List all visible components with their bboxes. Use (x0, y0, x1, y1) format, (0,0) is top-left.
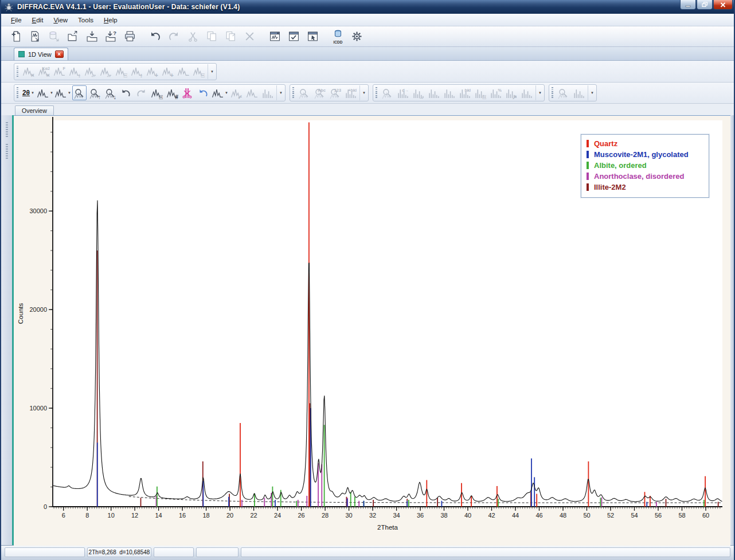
two-theta-axis-button[interactable]: 2θ▼ (21, 85, 36, 100)
svg-text:Abc: Abc (318, 87, 326, 92)
tools-more-dropdown-button[interactable]: ▼ (208, 64, 215, 79)
new-document-button[interactable] (7, 28, 25, 45)
scale-mode-button[interactable]: ▼ (54, 85, 71, 100)
reset-curve-button[interactable] (196, 85, 210, 100)
minimize-icon (685, 2, 691, 7)
pattern-export-button: ↗ (504, 85, 518, 100)
search-text-button: Abc (312, 85, 327, 100)
phase-legend: QuartzMuscovite-2M1, glycolatedAlbite, o… (581, 134, 709, 198)
xrd-chart-panel: 6810121416182022242628303234363840424446… (14, 115, 730, 545)
pattern-shift-button: → (411, 85, 425, 100)
legend-label: Illite-2M2 (594, 183, 626, 191)
tools-toolbar-row: ×Kα2×F↓←↔□↕++−□▼ (1, 61, 734, 83)
open-file-button[interactable] (64, 28, 82, 45)
pattern-dspacing-button: d→ (396, 85, 410, 100)
svg-text:123: 123 (334, 87, 341, 92)
icdd-database-button[interactable]: ICDD (329, 28, 347, 45)
svg-text:60: 60 (702, 512, 709, 519)
svg-text:12: 12 (131, 512, 138, 519)
search-tools-group: Abc123+hkl▼ (290, 84, 369, 101)
menu-tools[interactable]: Tools (73, 15, 99, 25)
restore-icon (702, 2, 708, 7)
legend-label: Albite, ordered (594, 161, 647, 170)
options-view-button[interactable] (285, 28, 303, 45)
legend-item: Quartz (587, 138, 703, 149)
settings-button[interactable] (348, 28, 366, 45)
toolbar-grip (376, 87, 377, 99)
zoom-out-y-button[interactable]: ↓ (103, 85, 118, 100)
svg-text:×: × (46, 72, 50, 77)
copy-page-button[interactable]: ▼ (212, 85, 228, 100)
tab-close-icon[interactable]: × (55, 50, 64, 58)
pattern-user-button (519, 85, 534, 100)
legend-item: Muscovite-2M1, glycolated (587, 149, 703, 160)
svg-text:48: 48 (560, 512, 566, 519)
left-rail (1, 115, 14, 545)
svg-text:30: 30 (345, 512, 352, 519)
tools-toolbar-group: ×Kα2×F↓←↔□↕++−□▼ (14, 63, 217, 80)
svg-text:↕: ↕ (140, 72, 143, 77)
svg-text:52: 52 (607, 512, 614, 519)
zoom-region-button[interactable] (72, 85, 87, 100)
minimize-button[interactable] (680, 0, 696, 10)
svg-text:20000: 20000 (29, 306, 47, 313)
undo-view-button[interactable] (119, 85, 133, 100)
pattern-select-button (442, 85, 456, 100)
export-region-button[interactable]: □ (150, 85, 164, 100)
legend-marker (587, 162, 589, 169)
legend-label: Muscovite-2M1, glycolated (594, 150, 689, 159)
pattern-window-button: □ (473, 85, 487, 100)
legend-marker (587, 140, 589, 147)
icdd-database-label: ICDD (334, 40, 343, 44)
display-more-dropdown-button[interactable]: ▼ (276, 85, 284, 100)
pattern-more-dropdown-button[interactable]: ▼ (535, 85, 543, 100)
undo-button[interactable] (146, 28, 164, 45)
svg-text:10: 10 (108, 512, 115, 519)
menu-file[interactable]: File (6, 15, 27, 25)
export-database-2-button (245, 85, 259, 100)
subtab-overview[interactable]: Overview (15, 105, 54, 115)
svg-text:×: × (31, 72, 34, 77)
toolbar-grip (6, 122, 8, 137)
peak-select-button (572, 85, 586, 100)
svg-text:34: 34 (393, 512, 400, 519)
app-logo-icon (4, 2, 14, 12)
view-subtab-row: Overview (1, 104, 734, 115)
display-tools-group: 2θ▼▼▼↑↓□#▼✓▼ (14, 84, 286, 101)
svg-text:18: 18 (202, 512, 209, 519)
menu-edit[interactable]: Edit (27, 15, 49, 25)
save-as-button[interactable]: ? (102, 28, 120, 45)
svg-text:Counts: Counts (17, 303, 24, 324)
svg-text:#: # (175, 93, 178, 99)
zoom-in-y-button[interactable]: ↑ (88, 85, 102, 100)
toolbar-grip (17, 87, 18, 99)
remove-range-button: × (21, 64, 36, 79)
print-button[interactable] (121, 28, 139, 45)
close-button[interactable] (713, 0, 733, 10)
search-more-dropdown-button[interactable]: ▼ (359, 85, 367, 100)
peak-more-dropdown-button[interactable]: ▼ (588, 85, 595, 100)
save-file-button[interactable] (83, 28, 101, 45)
search-peaks-button (297, 85, 311, 100)
svg-text:%: % (498, 87, 502, 92)
svg-text:26: 26 (298, 512, 304, 519)
tab-1d-view[interactable]: 1D View × (14, 48, 68, 60)
selection-view-button[interactable] (304, 28, 322, 45)
flag-mode-button[interactable]: ▼ (37, 85, 53, 100)
export-values-button[interactable]: # (165, 85, 179, 100)
svg-text:40: 40 (464, 512, 471, 519)
main-toolbar: ?ICDD (1, 26, 734, 47)
restore-button[interactable] (697, 0, 713, 10)
append-to-view-button: + (145, 64, 159, 79)
data-tree-view-button[interactable] (266, 28, 284, 45)
legend-item: Illite-2M2 (587, 182, 703, 193)
cut-curve-button[interactable] (181, 85, 195, 100)
import-data-button[interactable] (26, 28, 44, 45)
menu-view[interactable]: View (48, 15, 73, 25)
menu-help[interactable]: Help (99, 15, 123, 25)
svg-text:←: ← (91, 72, 97, 77)
svg-text:32: 32 (369, 512, 376, 519)
menu-bar: FileEditViewToolsHelp (1, 14, 734, 26)
svg-text:8: 8 (85, 512, 89, 519)
svg-text:□: □ (201, 72, 205, 77)
